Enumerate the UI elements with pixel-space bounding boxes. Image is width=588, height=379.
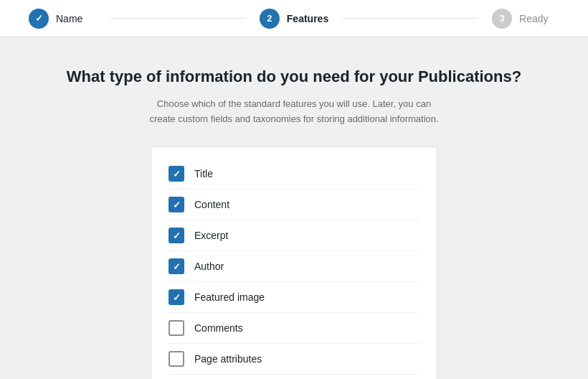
page-subtitle: Choose which of the standard features yo… (143, 97, 445, 127)
checkbox-featured-image[interactable]: ✓ (169, 289, 184, 305)
feature-label-author: Author (194, 261, 224, 272)
step-divider-1 (110, 18, 245, 19)
step-features-label: Features (287, 13, 328, 24)
checkbox-page-attributes[interactable] (169, 351, 184, 367)
step-features-number: 2 (267, 13, 272, 24)
feature-item-title[interactable]: ✓Title (169, 159, 419, 190)
step-name-check: ✓ (35, 13, 43, 24)
feature-label-excerpt: Excerpt (194, 230, 228, 241)
checkmark-icon: ✓ (173, 262, 181, 271)
step-ready[interactable]: 3 Ready (492, 9, 559, 29)
feature-item-content[interactable]: ✓Content (169, 190, 419, 220)
step-name-label: Name (56, 13, 82, 24)
checkmark-icon: ✓ (173, 231, 181, 240)
checkmark-icon: ✓ (173, 200, 181, 210)
checkbox-title[interactable]: ✓ (169, 166, 184, 182)
checkbox-comments[interactable] (169, 320, 184, 336)
step-ready-circle: 3 (492, 9, 512, 29)
checkbox-excerpt[interactable]: ✓ (169, 228, 184, 243)
feature-item-page-attributes[interactable]: Page attributes (169, 344, 419, 375)
checkmark-icon: ✓ (173, 293, 181, 302)
feature-item-comments[interactable]: Comments (169, 313, 419, 344)
step-name-circle: ✓ (29, 9, 49, 29)
step-divider-2 (343, 18, 478, 19)
feature-label-title: Title (194, 168, 213, 179)
step-features[interactable]: 2 Features (260, 9, 328, 29)
step-ready-label: Ready (519, 13, 548, 24)
step-ready-number: 3 (499, 13, 504, 24)
feature-item-featured-image[interactable]: ✓Featured image (169, 282, 419, 313)
feature-label-comments: Comments (194, 322, 243, 334)
feature-item-author[interactable]: ✓Author (169, 251, 419, 282)
stepper: ✓ Name 2 Features 3 Ready (0, 0, 588, 37)
feature-list: ✓Title✓Content✓Excerpt✓Author✓Featured i… (151, 146, 437, 379)
page-title: What type of information do you need for… (67, 66, 521, 88)
main-content: What type of information do you need for… (0, 37, 588, 379)
feature-label-featured-image: Featured image (194, 291, 265, 303)
feature-label-content: Content (194, 199, 229, 210)
feature-item-excerpt[interactable]: ✓Excerpt (169, 220, 419, 251)
feature-item-revisions[interactable]: Revisions (169, 375, 419, 379)
checkmark-icon: ✓ (173, 169, 181, 179)
checkbox-content[interactable]: ✓ (169, 197, 184, 212)
checkbox-author[interactable]: ✓ (169, 258, 184, 274)
step-features-circle: 2 (260, 9, 280, 29)
step-name[interactable]: ✓ Name (29, 9, 96, 29)
feature-label-page-attributes: Page attributes (194, 353, 262, 365)
